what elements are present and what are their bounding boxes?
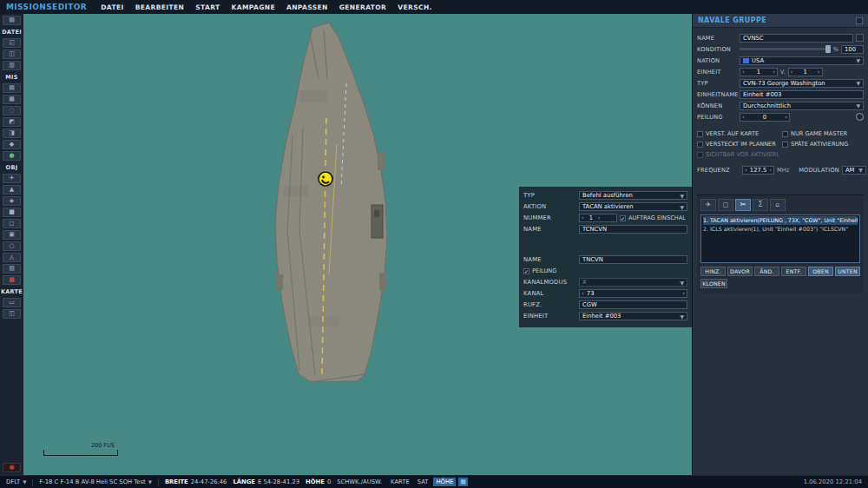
save-mission-icon[interactable]: ◫ (3, 49, 21, 59)
add-trigger-zone-icon[interactable]: ○ (3, 241, 21, 251)
panel-pin-icon[interactable] (856, 17, 863, 24)
menu-start[interactable]: START (195, 3, 220, 11)
new-mission-icon[interactable]: ▤ (3, 16, 21, 25)
move-down-button[interactable]: UNTEN (835, 267, 860, 276)
kondition-value-input[interactable]: 100 (841, 45, 864, 54)
stepper-right-icon[interactable]: › (785, 114, 787, 121)
stepper-right-icon[interactable]: › (769, 167, 772, 174)
stepper-right-icon[interactable]: › (818, 69, 820, 76)
ship-type-dropdown[interactable]: CVN-73 George Washington▼ (740, 79, 864, 88)
modulation-dropdown[interactable]: AM▼ (842, 166, 866, 175)
mission-options-icon[interactable]: ▦ (3, 95, 21, 104)
move-up-button[interactable]: OBEN (808, 267, 833, 276)
unit-name-input[interactable]: Einheit #003 (740, 90, 864, 99)
rufzeichen-input[interactable]: CGW (579, 300, 687, 309)
weather-icon[interactable]: ◌ (3, 106, 21, 115)
peilung-checkbox[interactable]: ✓PEILUNG (523, 267, 556, 274)
menu-kampagne[interactable]: KAMPAGNE (232, 3, 275, 11)
aktion-dropdown[interactable]: TACAN aktivieren▼ (579, 202, 687, 211)
menu-datei[interactable]: DATEI (101, 3, 123, 11)
record-icon[interactable]: ● (3, 463, 21, 472)
menu-anpassen[interactable]: ANPASSEN (286, 3, 328, 11)
typ-dropdown[interactable]: Befehl ausführen▼ (579, 191, 687, 200)
add-vehicle-icon[interactable]: ■ (3, 208, 21, 217)
stepper-right-icon[interactable]: › (598, 214, 601, 221)
add-ship-icon[interactable]: ◈ (3, 196, 21, 206)
cargo-tab-icon[interactable]: ⌂ (770, 199, 786, 211)
percent-sign: % (833, 46, 838, 53)
insert-before-button[interactable]: DAVOR (727, 267, 753, 276)
kanal-stepper[interactable]: ‹73› (579, 289, 687, 298)
menu-versch[interactable]: VERSCH. (398, 3, 432, 11)
auftrag-einschalten-checkbox[interactable]: ✓AUFTRAG EINSCHAL (620, 214, 686, 221)
tacan-callsign-name-input[interactable]: TNCVN (579, 255, 687, 264)
add-aircraft-icon[interactable]: ✈ (3, 174, 21, 183)
goals-icon[interactable]: ◆ (3, 140, 21, 149)
unit-count-stepper[interactable]: ‹1› (740, 68, 778, 76)
stepper-left-icon[interactable]: ‹ (791, 69, 793, 76)
stepper-right-icon[interactable]: › (682, 290, 685, 297)
checkbox-verst-auf-karte[interactable]: VERST. AUF KARTE (697, 130, 779, 137)
save-as-icon[interactable]: ▥ (3, 61, 21, 70)
stepper-left-icon[interactable]: ‹ (742, 114, 745, 121)
heading-stepper[interactable]: ‹0› (740, 113, 790, 122)
stepper-left-icon[interactable]: ‹ (582, 290, 584, 297)
fly-mission-icon[interactable]: ● (3, 151, 21, 161)
stepper-left-icon[interactable]: ‹ (582, 214, 584, 221)
briefing-icon[interactable]: ▤ (3, 83, 21, 93)
mods-filter[interactable]: F-18 C F-14 B AV-8 Heli SC SOH Test▼ (39, 478, 151, 485)
frequenz-stepper[interactable]: ‹127.5› (742, 166, 774, 175)
summary-tab-icon[interactable]: Σ (753, 199, 768, 211)
chevron-down-icon: ▼ (856, 57, 860, 63)
menu-generator[interactable]: GENERATOR (339, 3, 387, 11)
add-static-object-icon[interactable]: ◻ (3, 219, 21, 228)
route-tab-icon[interactable]: ✈ (700, 199, 716, 211)
clone-action-button[interactable]: KLONEN (700, 279, 727, 288)
delete-object-icon[interactable]: ■ (3, 275, 21, 285)
measure-distance-icon[interactable]: ◫ (3, 309, 21, 319)
airfield-icon[interactable]: ◬ (3, 253, 21, 262)
action-list-item[interactable]: 1. TACAN aktivieren(PEILUNG , 73X, "CGW"… (703, 216, 858, 225)
triggered-actions-list[interactable]: 1. TACAN aktivieren(PEILUNG , 73X, "CGW"… (700, 214, 860, 263)
add-helicopter-icon[interactable]: ▲ (3, 185, 21, 195)
heading-dial-icon[interactable] (856, 113, 864, 121)
einheit-dropdown[interactable]: Einheit #003▼ (579, 312, 687, 320)
layer-selector[interactable]: DFLT▼ (6, 478, 26, 485)
nation-dropdown[interactable]: USA▼ (740, 56, 864, 65)
loadout-icon[interactable]: ◨ (3, 129, 21, 138)
failures-icon[interactable]: ◩ (3, 117, 21, 127)
karte-view-button[interactable]: KARTE (388, 478, 412, 486)
stepper-left-icon[interactable]: ‹ (745, 167, 747, 174)
triggered-actions-tab-icon[interactable]: ✂ (735, 199, 751, 211)
open-mission-icon[interactable]: ◱ (3, 38, 21, 48)
checkbox-spaete-aktivierung[interactable]: SPÄTE AKTIVIERUNG (782, 141, 864, 148)
edit-action-button[interactable]: ÄND. (754, 267, 779, 276)
schwk-ausw-toggle[interactable]: SCHWK./AUSW. (337, 478, 382, 485)
unit-index-stepper[interactable]: ‹1› (788, 68, 823, 76)
map-options-icon[interactable]: ▭ (3, 298, 21, 307)
hoehe-view-button[interactable]: HÖHE (433, 478, 456, 486)
action-list-item[interactable]: 2. ICLS aktivieren(1), Unit "Einheit #00… (703, 225, 858, 234)
kondition-slider[interactable] (740, 48, 831, 50)
stepper-right-icon[interactable]: › (773, 69, 775, 76)
skill-dropdown[interactable]: Durchschnittlich▼ (740, 102, 864, 110)
slider-knob[interactable] (825, 45, 831, 53)
checkbox-versteckt-im-planner[interactable]: VERSTECKT IM PLANNER (697, 141, 779, 148)
add-action-button[interactable]: HINZ. (700, 267, 726, 276)
kanalmodus-dropdown[interactable]: X▼ (579, 278, 687, 287)
checkbox-nur-game-master[interactable]: NUR GAME MASTER (782, 130, 864, 137)
farp-icon[interactable]: ▧ (3, 264, 21, 274)
menu-bearbeiten[interactable]: BEARBEITEN (135, 3, 185, 11)
add-template-icon[interactable]: ▣ (3, 230, 21, 240)
name-extra-button[interactable] (856, 34, 864, 42)
carrier-unit-icon[interactable] (319, 172, 332, 186)
group-name-input[interactable]: CVNSC (740, 34, 853, 43)
delete-action-button[interactable]: ENTF. (781, 267, 806, 276)
keyboard-icon[interactable]: ▦ (458, 478, 468, 486)
stepper-left-icon[interactable]: ‹ (742, 69, 745, 76)
sat-view-button[interactable]: SAT (415, 478, 431, 486)
payload-tab-icon[interactable]: ◻ (718, 199, 733, 211)
action-name-input[interactable]: TCNCVN (579, 225, 687, 234)
nummer-stepper[interactable]: ‹1› (579, 214, 617, 222)
checkbox-sichtbar-vor-aktivierung[interactable]: SICHTBAR VOR AKTIVIERL (697, 151, 779, 158)
